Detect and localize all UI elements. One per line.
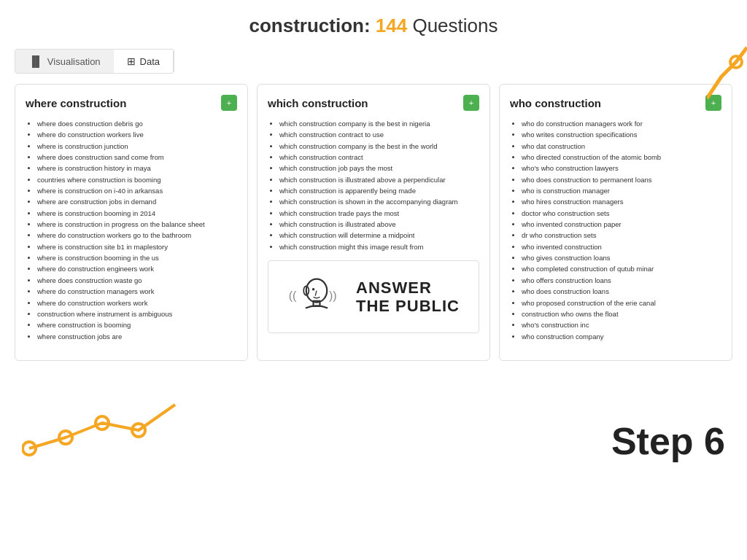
where-card-list: where does construction debris go where … [26, 120, 237, 341]
list-item: which construction contract to use [279, 131, 479, 139]
list-item: where is construction booming in the us [37, 254, 237, 262]
title-suffix: Questions [412, 15, 498, 36]
who-card-header: who construction + [510, 95, 721, 111]
list-item: which construction job pays the most [279, 164, 479, 173]
step-label: Step 6 [611, 419, 725, 463]
list-item: who invented construction [522, 243, 721, 252]
atp-logo-box: (( )) [268, 260, 479, 333]
which-card: which construction + which construction … [257, 84, 490, 361]
list-item: where is construction in progress on the… [37, 220, 237, 229]
list-item: where is construction booming in 2014 [37, 209, 237, 218]
svg-text:((: (( [289, 289, 297, 302]
list-item: who completed construction of qutub mina… [522, 265, 721, 273]
graph-decoration [22, 390, 182, 463]
where-card-button[interactable]: + [221, 95, 237, 111]
list-item: where are construction jobs in demand [37, 198, 237, 206]
list-item: who do construction managers work for [522, 120, 721, 128]
list-item: who's construction inc [522, 321, 721, 330]
top-right-decoration [707, 40, 747, 106]
list-item: construction where instrument is ambiguo… [37, 310, 237, 319]
list-item: who gives construction loans [522, 254, 721, 262]
list-item: which construction is apparently being m… [279, 187, 479, 195]
list-item: which construction company is the best i… [279, 120, 479, 128]
list-item: where is construction history in maya [37, 164, 237, 173]
list-item: where does construction debris go [37, 120, 237, 128]
tab-visualisation[interactable]: ▐▌ Visualisation [15, 50, 114, 73]
list-item: who writes construction specifications [522, 131, 721, 139]
bottom-area: Step 6 [0, 376, 747, 478]
list-item: where is construction junction [37, 142, 237, 151]
list-item: which construction contract [279, 153, 479, 162]
svg-text:)): )) [329, 289, 337, 302]
which-card-button[interactable]: + [463, 95, 479, 111]
atp-text: ANSWER THE PUBLIC [356, 279, 460, 316]
list-item: where is construction on i-40 in arkansa… [37, 187, 237, 195]
main-container: construction: 144 Questions ▐▌ Visualisa… [0, 0, 747, 368]
list-item: who's who construction lawyers [522, 164, 721, 173]
title-count: 144 [376, 15, 407, 36]
where-card-header: where construction + [26, 95, 237, 111]
who-card-title: who construction [510, 97, 601, 109]
grid-icon: ⊞ [127, 55, 136, 67]
list-item: doctor who construction sets [522, 209, 721, 218]
list-item: where does construction sand come from [37, 153, 237, 162]
tab-data-label: Data [140, 56, 160, 67]
list-item: where do construction workers go to the … [37, 231, 237, 240]
where-card-title: where construction [26, 97, 126, 109]
tabs-bar: ▐▌ Visualisation ⊞ Data [15, 49, 174, 74]
bar-chart-icon: ▐▌ [28, 55, 43, 67]
list-item: who offers construction loans [522, 276, 721, 285]
list-item: where do construction workers live [37, 131, 237, 139]
list-item: who hires construction managers [522, 198, 721, 206]
tab-data[interactable]: ⊞ Data [114, 50, 174, 73]
atp-line2: THE PUBLIC [356, 297, 460, 315]
graph-svg [22, 390, 182, 463]
atp-head-icon: (( )) [287, 271, 346, 322]
list-item: who dat construction [522, 142, 721, 151]
svg-point-3 [312, 288, 315, 291]
who-card: who construction + who do construction m… [499, 84, 732, 361]
list-item: who construction company [522, 332, 721, 341]
which-card-header: which construction + [268, 95, 479, 111]
list-item: where does construction waste go [37, 276, 237, 285]
list-item: who invented construction paper [522, 220, 721, 229]
list-item: which construction is illustrated above [279, 220, 479, 229]
which-card-list: which construction company is the best i… [268, 120, 479, 252]
list-item: who directed construction of the atomic … [522, 153, 721, 162]
list-item: construction who owns the float [522, 310, 721, 319]
list-item: countries where construction is booming [37, 176, 237, 184]
who-card-list: who do construction managers work for wh… [510, 120, 721, 341]
list-item: where do construction workers work [37, 299, 237, 308]
where-card: where construction + where does construc… [15, 84, 248, 361]
list-item: where do construction managers work [37, 287, 237, 296]
list-item: which construction trade pays the most [279, 209, 479, 218]
title-keyword: construction: [249, 15, 370, 36]
list-item: who does construction loans [522, 287, 721, 296]
list-item: which construction is illustrated above … [279, 176, 479, 184]
list-item: who proposed construction of the erie ca… [522, 299, 721, 308]
which-card-title: which construction [268, 97, 368, 109]
list-item: dr who construction sets [522, 231, 721, 240]
atp-line1: ANSWER [356, 279, 460, 297]
page-title: construction: 144 Questions [15, 15, 732, 37]
list-item: where construction jobs are [37, 332, 237, 341]
cards-row: where construction + where does construc… [15, 84, 732, 361]
list-item: who does construction to permanent loans [522, 176, 721, 184]
tab-visualisation-label: Visualisation [47, 56, 101, 67]
list-item: which construction company is the best i… [279, 142, 479, 151]
list-item: which construction will determine a midp… [279, 231, 479, 240]
list-item: which construction might this image resu… [279, 243, 479, 252]
list-item: which construction is shown in the accom… [279, 198, 479, 206]
list-item: where do construction engineers work [37, 265, 237, 273]
list-item: where construction is booming [37, 321, 237, 330]
list-item: who is construction manager [522, 187, 721, 195]
list-item: where is construction site b1 in maplest… [37, 243, 237, 252]
